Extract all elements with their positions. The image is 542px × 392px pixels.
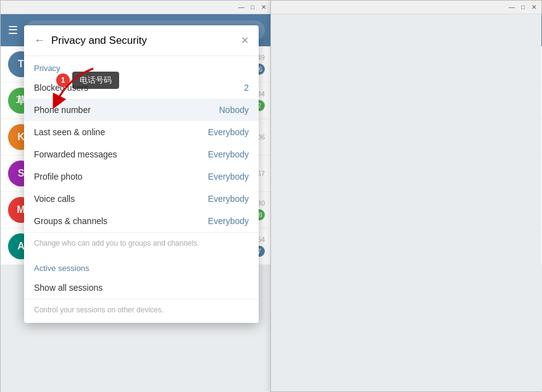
forwarded-messages-value: Everybody: [208, 149, 249, 159]
profile-photo-value: Everybody: [208, 172, 249, 181]
phone-number-value: Nobody: [219, 105, 249, 115]
right-maximize-btn[interactable]: □: [518, 2, 528, 12]
groups-channels-item[interactable]: Groups & channels Everybody: [24, 210, 259, 232]
phone-number-item[interactable]: Phone number Nobody: [24, 99, 259, 121]
left-window: — □ ✕ ☰ Search T Telegram 1:49 5496: [0, 0, 272, 392]
profile-photo-label: Profile photo: [34, 172, 208, 181]
left-title-bar: — □ ✕: [1, 1, 271, 14]
phone-annotation: 1 电话号码: [56, 72, 119, 89]
close-btn[interactable]: ✕: [259, 2, 269, 12]
privacy-close-button[interactable]: ✕: [241, 35, 249, 46]
maximize-btn[interactable]: □: [248, 2, 257, 12]
back-button[interactable]: ←: [34, 34, 45, 47]
last-seen-label: Last seen & online: [34, 127, 208, 137]
forwarded-messages-item[interactable]: Forwarded messages Everybody: [24, 143, 259, 165]
sessions-note: Control your sessions on other devices.: [24, 299, 259, 323]
minimize-btn[interactable]: —: [236, 2, 246, 12]
right-window: — □ ✕ ☰ T Telegram 1:49 5496 草 草...: [270, 0, 542, 392]
step1-bubble: 电话号码: [72, 72, 119, 89]
blocked-users-value: 2: [244, 83, 249, 93]
voice-calls-label: Voice calls: [34, 194, 208, 204]
groups-channels-label: Groups & channels: [34, 216, 208, 226]
privacy-header: ← Privacy and Security ✕: [24, 25, 259, 56]
right-close-btn[interactable]: ✕: [529, 2, 539, 12]
last-seen-item[interactable]: Last seen & online Everybody: [24, 121, 259, 143]
voice-calls-value: Everybody: [208, 194, 249, 204]
profile-photo-item[interactable]: Profile photo Everybody: [24, 165, 259, 188]
groups-channels-value: Everybody: [208, 216, 249, 226]
voice-calls-item[interactable]: Voice calls Everybody: [24, 188, 259, 210]
last-seen-value: Everybody: [208, 127, 249, 137]
phone-number-label: Phone number: [34, 105, 219, 115]
hamburger-icon[interactable]: ☰: [8, 23, 18, 37]
step1-circle: 1: [56, 73, 70, 87]
show-all-sessions-label: Show all sessions: [34, 283, 249, 293]
right-minimize-btn[interactable]: —: [507, 2, 517, 12]
show-all-sessions-item[interactable]: Show all sessions: [24, 277, 259, 299]
privacy-panel: ← Privacy and Security ✕ Privacy Blocked…: [24, 25, 259, 323]
privacy-title: Privacy and Security: [51, 35, 241, 47]
right-title-bar: — □ ✕: [271, 1, 541, 14]
privacy-note: Change who can add you to groups and cha…: [24, 232, 259, 256]
active-sessions-label: Active sessions: [24, 256, 259, 277]
forwarded-messages-label: Forwarded messages: [34, 149, 208, 159]
